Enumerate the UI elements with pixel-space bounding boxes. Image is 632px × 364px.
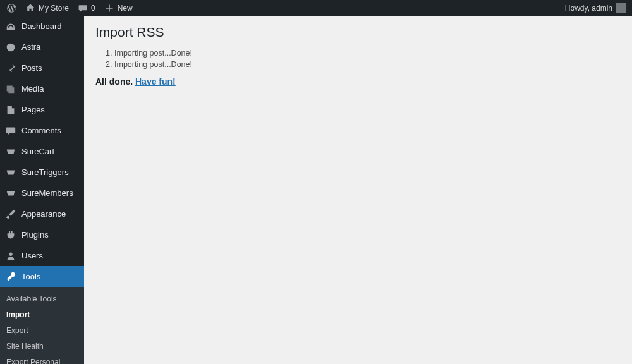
adminbar-left: My Store 0 New [6, 3, 133, 13]
media-icon [5, 83, 16, 95]
account-link[interactable]: Howdy, admin [565, 3, 626, 13]
sidebar-item-label: SureMembers [21, 188, 73, 198]
sidebar-item-comments[interactable]: Comments [0, 120, 84, 141]
users-icon [5, 250, 16, 262]
sidebar-item-appearance[interactable]: Appearance [0, 203, 84, 224]
main-content: Import RSS Importing post...Done! Import… [84, 16, 632, 364]
sidebar-item-suretriggers[interactable]: SureTriggers [0, 162, 84, 183]
plus-icon [104, 3, 114, 13]
done-text: All done. [95, 76, 135, 87]
sidebar-item-label: Appearance [21, 209, 66, 219]
log-entry: Importing post...Done! [114, 60, 621, 69]
brush-icon [5, 209, 16, 220]
sidebar-item-label: Comments [21, 126, 61, 135]
submenu-available-tools[interactable]: Available Tools [0, 291, 84, 306]
done-message: All done. Have fun! [95, 76, 621, 87]
sidebar-item-tools[interactable]: Tools [0, 266, 84, 287]
have-fun-link[interactable]: Have fun! [135, 76, 176, 87]
wordpress-icon [6, 3, 16, 13]
surecart-icon [5, 146, 16, 157]
astra-icon [5, 42, 16, 53]
admin-sidebar: Dashboard Astra Posts Media Pages Commen… [0, 16, 84, 364]
sidebar-item-label: Posts [21, 63, 42, 73]
howdy-text: Howdy, admin [565, 4, 612, 13]
tools-submenu: Available Tools Import Export Site Healt… [0, 287, 84, 364]
sidebar-item-suremembers[interactable]: SureMembers [0, 183, 84, 203]
suretriggers-icon [5, 167, 16, 178]
sidebar-item-label: Tools [21, 272, 40, 281]
new-content-link[interactable]: New [104, 3, 133, 13]
dashboard-icon [5, 21, 16, 32]
site-link[interactable]: My Store [25, 3, 69, 13]
avatar [616, 3, 626, 13]
sidebar-item-label: Dashboard [21, 21, 62, 31]
import-log: Importing post...Done! Importing post...… [114, 49, 621, 69]
pin-icon [5, 63, 16, 74]
sidebar-item-label: Media [21, 84, 44, 94]
submenu-import[interactable]: Import [0, 306, 84, 322]
wrench-icon [5, 271, 16, 282]
sidebar-item-surecart[interactable]: SureCart [0, 141, 84, 162]
svg-point-1 [9, 252, 12, 255]
sidebar-item-users[interactable]: Users [0, 245, 84, 266]
admin-toolbar: My Store 0 New Howdy, admin [0, 0, 632, 16]
comment-icon [78, 3, 88, 13]
sidebar-item-media[interactable]: Media [0, 78, 84, 99]
comments-link[interactable]: 0 [78, 3, 95, 13]
suremembers-icon [5, 188, 16, 199]
sidebar-item-label: SureCart [21, 147, 54, 156]
log-entry: Importing post...Done! [114, 49, 621, 58]
submenu-export[interactable]: Export [0, 322, 84, 338]
svg-point-0 [7, 43, 15, 51]
adminbar-right: Howdy, admin [565, 3, 626, 13]
page-icon [5, 104, 16, 116]
page-title: Import RSS [95, 25, 621, 40]
sidebar-item-dashboard[interactable]: Dashboard [0, 16, 84, 37]
comments-count: 0 [91, 4, 95, 13]
comment-icon [5, 125, 16, 136]
sidebar-item-label: SureTriggers [21, 167, 69, 177]
sidebar-item-label: Pages [21, 105, 45, 114]
submenu-site-health[interactable]: Site Health [0, 338, 84, 354]
sidebar-item-pages[interactable]: Pages [0, 99, 84, 120]
sidebar-item-plugins[interactable]: Plugins [0, 224, 84, 245]
wp-logo-menu[interactable] [6, 3, 16, 13]
plugin-icon [5, 229, 16, 241]
site-name: My Store [39, 4, 69, 13]
sidebar-item-label: Astra [21, 42, 40, 52]
new-label: New [118, 4, 133, 13]
sidebar-item-label: Plugins [21, 230, 49, 240]
submenu-export-personal-data[interactable]: Export Personal Data [0, 354, 84, 364]
sidebar-item-label: Users [21, 251, 43, 260]
sidebar-item-posts[interactable]: Posts [0, 58, 84, 78]
sidebar-item-astra[interactable]: Astra [0, 37, 84, 58]
home-icon [25, 3, 35, 13]
